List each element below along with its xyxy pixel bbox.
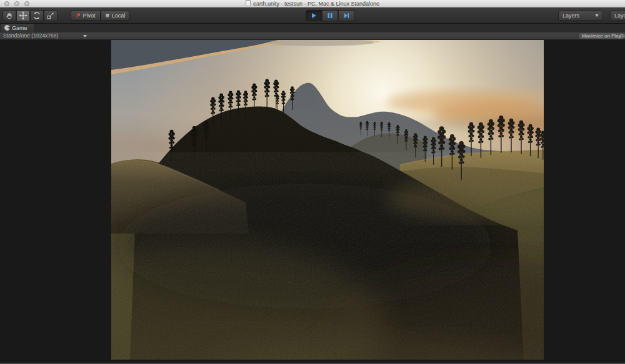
window-title: earth.unity - testsun - PC, Mac & Linux … <box>0 0 625 7</box>
sky-grain <box>111 40 544 152</box>
document-icon <box>246 0 251 6</box>
game-viewport[interactable] <box>111 40 544 360</box>
stats-button[interactable]: Stats <box>620 33 625 39</box>
maximize-on-play-button[interactable]: Maximize on Play <box>579 33 624 39</box>
layout-label: Layout <box>614 12 625 19</box>
local-label: Local <box>112 12 126 19</box>
layers-dropdown[interactable]: Layers <box>558 11 603 21</box>
pivot-label: Pivot <box>82 12 95 19</box>
move-tool-button[interactable] <box>16 10 30 21</box>
game-view-icon <box>4 25 10 31</box>
local-axis-icon <box>105 13 110 18</box>
tab-game-label: Game <box>12 25 28 31</box>
move-tool-icon <box>19 11 28 20</box>
aspect-dropdown[interactable]: Standalone (1024x768) <box>3 32 58 39</box>
rotate-tool-button[interactable] <box>30 10 44 21</box>
layout-dropdown[interactable]: Layout <box>610 11 625 21</box>
tab-game[interactable]: Game <box>1 24 34 32</box>
aspect-label: Standalone (1024x768) <box>3 32 58 39</box>
pivot-icon <box>76 13 81 18</box>
hand-tool-button[interactable] <box>2 10 16 21</box>
rotate-tool-icon <box>32 11 41 20</box>
step-button[interactable] <box>338 10 354 21</box>
chevron-down-icon <box>595 14 599 17</box>
chevron-down-icon <box>83 35 87 37</box>
play-icon <box>310 12 318 19</box>
step-icon <box>342 12 350 19</box>
grass-texture <box>111 152 544 360</box>
play-button[interactable] <box>306 10 322 21</box>
titlebar: earth.unity - testsun - PC, Mac & Linux … <box>0 0 625 7</box>
scale-tool-icon <box>46 11 55 20</box>
rendered-scene <box>111 40 544 360</box>
pause-icon <box>326 12 334 19</box>
main-toolbar: Pivot Local Layers Layout <box>0 7 625 24</box>
pause-button[interactable] <box>322 10 338 21</box>
local-mode-button[interactable]: Local <box>101 11 129 21</box>
game-view-toolbar: Standalone (1024x768) Maximize on Play S… <box>0 32 625 40</box>
game-panel-background <box>0 40 625 364</box>
unity-editor-window: earth.unity - testsun - PC, Mac & Linux … <box>0 0 625 364</box>
hand-tool-icon <box>5 11 14 20</box>
scale-tool-button[interactable] <box>44 10 58 21</box>
layers-label: Layers <box>562 12 579 19</box>
pivot-mode-button[interactable]: Pivot <box>71 11 101 21</box>
tab-row: Game <box>0 24 625 32</box>
